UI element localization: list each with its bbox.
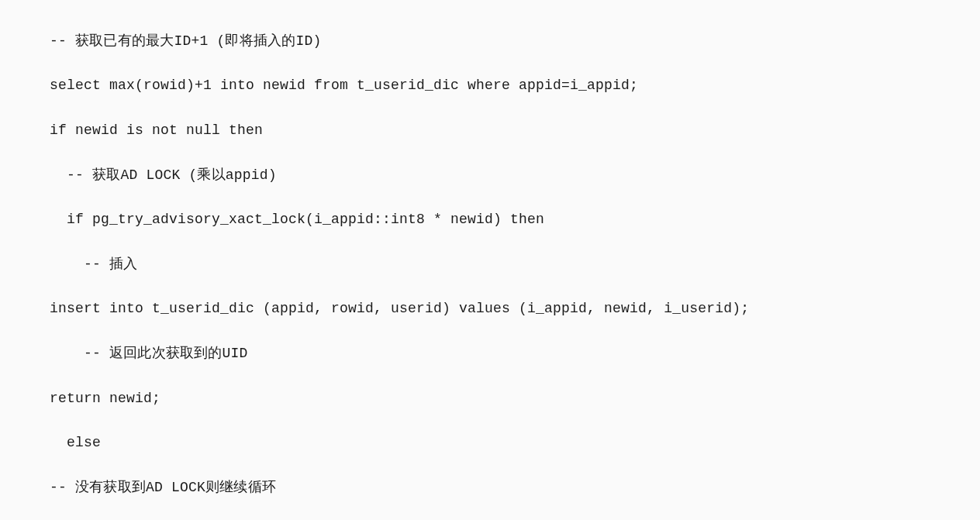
code-line: -- 插入 bbox=[50, 253, 980, 276]
code-line: return newid; bbox=[50, 387, 980, 410]
code-line: -- 获取AD LOCK (乘以appid) bbox=[50, 164, 980, 187]
code-line: -- 返回此次获取到的UID bbox=[50, 343, 980, 365]
code-line: insert into t_userid_dic (appid, rowid, … bbox=[50, 298, 980, 320]
code-line: else bbox=[50, 432, 980, 454]
code-line: select max(rowid)+1 into newid from t_us… bbox=[50, 74, 980, 97]
code-block: -- 获取已有的最大ID+1 (即将插入的ID) select max(rowi… bbox=[0, 8, 980, 520]
code-line: -- 获取已有的最大ID+1 (即将插入的ID) bbox=[50, 30, 980, 53]
code-line: -- 没有获取到AD LOCK则继续循环 bbox=[50, 477, 980, 499]
code-line: if newid is not null then bbox=[50, 119, 980, 142]
code-line: if pg_try_advisory_xact_lock(i_appid::in… bbox=[50, 208, 980, 231]
